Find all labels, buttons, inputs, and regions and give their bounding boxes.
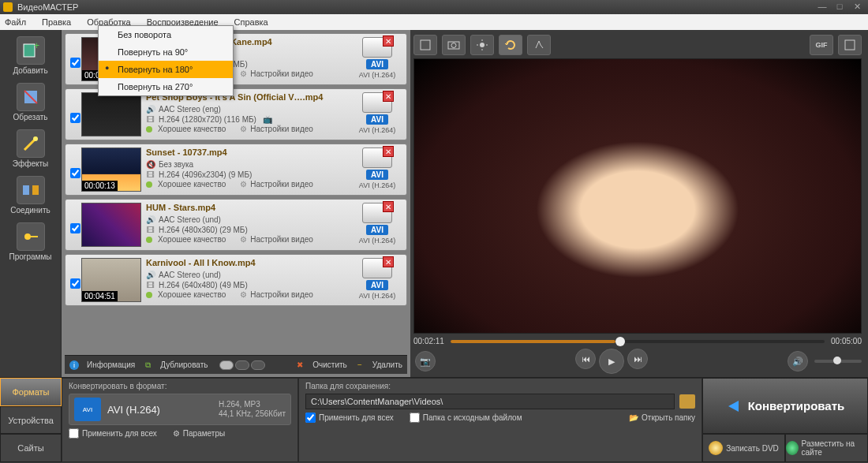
browse-folder-button[interactable]	[679, 394, 695, 409]
quality-dot-icon	[146, 292, 152, 298]
remove-file-button[interactable]: ✕	[383, 256, 394, 267]
thumbnail[interactable]	[81, 203, 141, 247]
clear-button[interactable]: Очистить	[312, 360, 347, 369]
file-checkbox[interactable]	[70, 113, 80, 123]
sidebar-add[interactable]: + Добавить	[0, 33, 61, 80]
prev-button[interactable]: ⏮	[575, 349, 596, 369]
rotate-button[interactable]	[499, 35, 522, 55]
format-name: AVI (H.264)	[107, 404, 212, 416]
snapshot-button[interactable]	[442, 35, 466, 55]
file-item[interactable]: 00:00:13 Sunset - 10737.mp4 🔇Без звука 🎞…	[65, 144, 407, 196]
minimize-button[interactable]: —	[814, 2, 830, 13]
sidebar-cut[interactable]: Обрезать	[0, 80, 61, 126]
remove-file-button[interactable]: ✕	[383, 35, 394, 47]
next-button[interactable]: ⏭	[627, 349, 648, 369]
remove-file-button[interactable]: ✕	[383, 201, 394, 212]
rotate-option-90[interactable]: Повернуть на 90°	[99, 43, 233, 61]
duplicate-button[interactable]: Дублировать	[160, 360, 208, 369]
audio-icon: 🔊	[146, 215, 155, 224]
format-badge[interactable]: AVI	[366, 280, 388, 290]
file-checkbox[interactable]	[70, 58, 80, 68]
tab-formats[interactable]: Форматы	[0, 378, 62, 406]
file-title: Karnivool - All I Know.mp4	[146, 258, 351, 267]
volume-button[interactable]: 🔊	[788, 351, 808, 372]
info-button[interactable]: Информация	[87, 360, 135, 369]
gear-icon: ⚙	[173, 429, 180, 438]
audio-icon: 🔊	[146, 270, 155, 279]
settings-link[interactable]: Настройки видео	[250, 125, 313, 133]
speed-button[interactable]	[527, 35, 551, 55]
file-item[interactable]: HUM - Stars.mp4 🔊AAC Stereo (und) 🎞H.264…	[65, 199, 407, 251]
file-checkbox[interactable]	[70, 168, 80, 178]
params-button[interactable]: ⚙ Параметры	[173, 429, 225, 438]
svg-point-3	[33, 136, 38, 141]
delete-button[interactable]: Удалить	[372, 360, 402, 369]
menu-file[interactable]: Файл	[5, 17, 26, 27]
format-box: Конвертировать в формат: AVI AVI (H.264)…	[62, 378, 298, 462]
file-checkbox[interactable]	[70, 278, 80, 289]
settings-link[interactable]: Настройки видео	[250, 180, 313, 189]
apply-all-check[interactable]: Применить для всех	[69, 428, 157, 439]
menu-edit[interactable]: Правка	[42, 17, 71, 27]
sidebar-join[interactable]: Соединить	[0, 173, 61, 219]
rotate-option-270[interactable]: Повернуть на 270°	[99, 78, 233, 95]
seek-track[interactable]	[451, 340, 825, 343]
src-folder-check[interactable]: Папка с исходным файлом	[410, 413, 522, 423]
settings-link[interactable]: Настройки видео	[250, 69, 313, 78]
svg-rect-0	[24, 44, 35, 57]
seek-knob[interactable]	[615, 337, 625, 346]
sidebar-fx[interactable]: Эффекты	[0, 126, 61, 173]
remove-file-button[interactable]: ✕	[383, 91, 394, 102]
delete-icon: −	[355, 360, 365, 370]
settings-link[interactable]: Настройки видео	[250, 235, 313, 244]
bottom-panel: Форматы Устройства Сайты Конвертировать …	[0, 377, 868, 462]
join-icon	[17, 176, 45, 204]
format-badge[interactable]: AVI	[366, 114, 388, 125]
play-button[interactable]: ▶	[599, 349, 624, 374]
sidebar-apps[interactable]: Программы	[0, 219, 61, 266]
file-checkbox[interactable]	[70, 223, 80, 233]
file-item[interactable]: 00:04:51 Karnivool - All I Know.mp4 🔊AAC…	[65, 254, 407, 306]
sidebar-join-label: Соединить	[10, 206, 50, 215]
rotate-option-none[interactable]: Без поворота	[99, 26, 233, 43]
apply-all-check-2[interactable]: Применить для всех	[305, 413, 394, 423]
format-badge[interactable]: AVI	[366, 225, 388, 235]
convert-button[interactable]: Конвертировать	[702, 378, 868, 434]
open-folder-button[interactable]: 📂 Открыть папку	[629, 413, 695, 423]
video-preview[interactable]	[413, 58, 862, 334]
convert-box: Конвертировать Записать DVD Разместить н…	[702, 378, 868, 462]
fullscreen-button[interactable]	[838, 35, 862, 55]
format-title: Конвертировать в формат:	[69, 382, 291, 390]
menu-help[interactable]: Справка	[234, 17, 268, 27]
format-badge[interactable]: AVI	[366, 59, 388, 69]
screenshot-button[interactable]: 📷	[415, 351, 436, 372]
remove-file-button[interactable]: ✕	[383, 146, 394, 157]
volume-slider[interactable]	[814, 360, 862, 363]
crop-tool-button[interactable]	[413, 35, 437, 55]
close-button[interactable]: ✕	[849, 2, 865, 13]
info-icon: i	[69, 360, 79, 370]
format-selector[interactable]: AVI AVI (H.264) H.264, MP3 44,1 KHz, 256…	[69, 394, 291, 425]
gear-icon: ⚙	[240, 125, 247, 133]
convert-label: Конвертировать	[748, 399, 845, 413]
file-right: ✕ AVI AVI (H.264)	[351, 37, 403, 79]
thumbnail[interactable]	[81, 92, 141, 136]
settings-link[interactable]: Настройки видео	[250, 290, 313, 299]
publish-button[interactable]: Разместить на сайте	[785, 434, 868, 462]
brightness-button[interactable]	[470, 35, 494, 55]
aspect-icon: 📺	[263, 114, 272, 124]
burn-dvd-button[interactable]: Записать DVD	[702, 434, 785, 462]
sidebar-cut-label: Обрезать	[13, 113, 47, 121]
svg-rect-4	[23, 185, 29, 195]
gif-button[interactable]: GIF	[810, 35, 833, 55]
format-sub2: 44,1 KHz, 256Кбит	[219, 409, 286, 419]
tab-sites[interactable]: Сайты	[0, 434, 62, 462]
format-badge[interactable]: AVI	[366, 170, 388, 180]
svg-point-10	[451, 43, 456, 48]
output-path-input[interactable]	[305, 394, 675, 409]
tab-devices[interactable]: Устройства	[0, 406, 62, 435]
time-current: 00:02:11	[413, 337, 444, 345]
rotate-option-180[interactable]: Повернуть на 180°	[99, 61, 233, 78]
maximize-button[interactable]: □	[832, 2, 847, 13]
view-toggle[interactable]	[219, 360, 265, 370]
